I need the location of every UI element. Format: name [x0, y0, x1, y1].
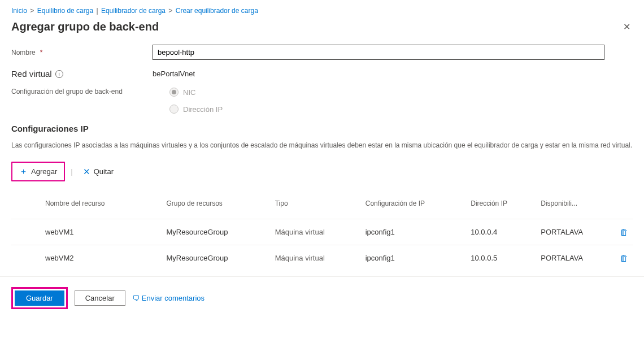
cell-resource: webVM1 — [11, 219, 162, 245]
chevron-right-icon: > — [168, 7, 172, 15]
page-title: Agregar grupo de back-end — [11, 20, 159, 33]
vnet-label: Red virtual i — [11, 69, 153, 79]
radio-icon — [169, 88, 179, 97]
save-button[interactable]: Guardar — [15, 290, 64, 306]
backend-config-radios: NIC Dirección IP — [169, 88, 223, 114]
pipe-sep: | — [96, 7, 98, 15]
cell-ip: 10.0.0.4 — [466, 219, 536, 245]
radio-icon — [169, 105, 179, 114]
col-ipconfig[interactable]: Configuración de IP — [361, 192, 467, 219]
cell-type: Máquina virtual — [271, 219, 361, 245]
breadcrumb-item-2[interactable]: Equilibrador de carga — [101, 7, 166, 15]
ip-config-table: Nombre del recurso Grupo de recursos Tip… — [11, 192, 633, 271]
table-row[interactable]: webVM1MyResourceGroupMáquina virtualipco… — [11, 219, 633, 245]
add-button[interactable]: ＋ Agregar — [15, 164, 62, 179]
breadcrumb-item-1[interactable]: Equilibrio de carga — [37, 7, 93, 15]
col-resource[interactable]: Nombre del recurso — [11, 192, 162, 219]
feedback-link[interactable]: 🗨 Enviar comentarios — [132, 294, 204, 302]
ip-config-help: Las configuraciones IP asociadas a las m… — [11, 140, 633, 150]
cell-avail: PORTALAVA — [536, 219, 615, 245]
ip-config-title: Configuraciones IP — [11, 124, 633, 133]
breadcrumb: Inicio > Equilibrio de carga | Equilibra… — [0, 0, 644, 17]
table-row[interactable]: webVM2MyResourceGroupMáquina virtualipco… — [11, 245, 633, 271]
close-icon[interactable]: ✕ — [621, 19, 633, 34]
vnet-value: bePortalVnet — [153, 70, 195, 78]
radio-ip[interactable]: Dirección IP — [169, 105, 223, 114]
radio-nic[interactable]: NIC — [169, 88, 223, 97]
cell-ipconfig: ipconfig1 — [361, 245, 467, 271]
cell-type: Máquina virtual — [271, 245, 361, 271]
cell-avail: PORTALAVA — [536, 245, 615, 271]
breadcrumb-item-3[interactable]: Crear equilibrador de carga — [176, 7, 258, 15]
cancel-button[interactable]: Cancelar — [75, 290, 125, 306]
feedback-icon: 🗨 — [132, 294, 140, 302]
cell-ipconfig: ipconfig1 — [361, 219, 467, 245]
plus-icon: ＋ — [19, 166, 28, 177]
col-type[interactable]: Tipo — [271, 192, 361, 219]
name-label: Nombre* — [11, 49, 153, 57]
info-icon[interactable]: i — [55, 70, 63, 78]
cell-rg: MyResourceGroup — [162, 219, 270, 245]
cell-resource: webVM2 — [11, 245, 162, 271]
toolbar-separator: | — [71, 167, 72, 176]
chevron-right-icon: > — [30, 7, 34, 15]
col-ip[interactable]: Dirección IP — [466, 192, 536, 219]
delete-icon[interactable]: 🗑 — [620, 253, 628, 263]
name-input[interactable] — [153, 45, 604, 60]
breadcrumb-home[interactable]: Inicio — [11, 7, 27, 15]
x-icon: ✕ — [83, 167, 90, 177]
delete-icon[interactable]: 🗑 — [620, 227, 628, 237]
backend-config-label: Configuración del grupo de back-end — [11, 88, 153, 96]
cell-ip: 10.0.0.5 — [466, 245, 536, 271]
col-avail[interactable]: Disponibili... — [536, 192, 615, 219]
cell-rg: MyResourceGroup — [162, 245, 270, 271]
col-rg[interactable]: Grupo de recursos — [162, 192, 270, 219]
remove-button[interactable]: ✕ Quitar — [79, 164, 118, 179]
